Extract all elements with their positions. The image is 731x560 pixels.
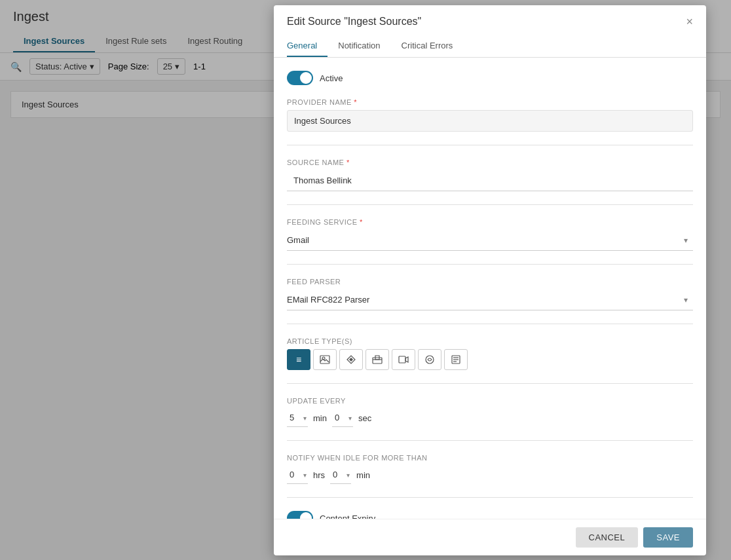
video-type-button[interactable] (392, 349, 415, 370)
content-expiry-toggle[interactable] (287, 511, 313, 519)
modal-body: Active PROVIDER NAME * SOURCE NAME * FEE… (274, 58, 706, 519)
divider-4 (287, 324, 693, 324)
update-min-select[interactable]: 5 (287, 409, 308, 427)
save-button[interactable]: SAVE (643, 527, 693, 548)
update-every-field: UPDATE EVERY 5 min 0 sec (287, 397, 693, 427)
notify-min-wrapper: 0 (330, 466, 351, 484)
sec-unit: sec (358, 413, 371, 423)
notify-hrs-select[interactable]: 0 (287, 466, 308, 484)
svg-rect-3 (399, 356, 405, 363)
feeding-service-wrapper: Gmail ▾ (287, 230, 693, 251)
notify-idle-label: NOTIFY WHEN IDLE FOR MORE THAN (287, 454, 693, 462)
hrs-unit: hrs (313, 470, 325, 480)
feed-parser-select[interactable]: EMail RFC822 Parser (287, 289, 693, 310)
active-toggle-row: Active (287, 71, 693, 85)
audio-type-button[interactable] (418, 349, 441, 370)
divider-7 (287, 497, 693, 498)
article-types-group: ≡ (287, 349, 693, 370)
divider-1 (287, 145, 693, 145)
feed-parser-wrapper: EMail RFC822 Parser ▾ (287, 289, 693, 310)
feeding-service-label: FEEDING SERVICE * (287, 218, 693, 226)
required-marker: * (347, 159, 350, 166)
edit-source-modal: Edit Source "Ingest Sources" × General N… (274, 5, 706, 555)
update-min-wrapper: 5 (287, 409, 308, 427)
article-types-field: ARTICLE TYPE(S) ≡ (287, 337, 693, 370)
content-expiry-label: Content Expiry (320, 513, 375, 519)
source-name-input[interactable] (287, 170, 693, 191)
article-types-label: ARTICLE TYPE(S) (287, 337, 693, 345)
divider-3 (287, 264, 693, 265)
min-unit: min (313, 413, 327, 423)
required-marker: * (354, 98, 357, 106)
modal-tabs: General Notification Critical Errors (274, 35, 706, 58)
svg-point-4 (426, 356, 434, 364)
photo-type-button[interactable] (313, 349, 337, 370)
required-marker: * (360, 218, 363, 226)
min-unit-2: min (356, 470, 370, 480)
cancel-button[interactable]: CANCEL (576, 527, 639, 548)
modal-footer: CANCEL SAVE (274, 519, 706, 555)
content-expiry-field: Content Expiry days hr min (287, 511, 693, 519)
feed-parser-label: FEED PARSER (287, 278, 693, 286)
notify-idle-inputs: 0 hrs 0 min (287, 466, 693, 484)
divider-5 (287, 383, 693, 384)
text-type-button[interactable]: ≡ (287, 349, 310, 370)
notify-hrs-wrapper: 0 (287, 466, 308, 484)
update-sec-wrapper: 0 (332, 409, 353, 427)
divider-2 (287, 204, 693, 205)
modal-title: Edit Source "Ingest Sources" (287, 16, 421, 28)
notify-idle-field: NOTIFY WHEN IDLE FOR MORE THAN 0 hrs 0 m… (287, 454, 693, 484)
tab-critical-errors[interactable]: Critical Errors (402, 35, 464, 57)
tab-notification[interactable]: Notification (338, 35, 390, 57)
article-type-button[interactable] (444, 349, 468, 370)
package-type-button[interactable] (366, 349, 389, 370)
content-expiry-toggle-row: Content Expiry (287, 511, 693, 519)
divider-6 (287, 440, 693, 441)
source-name-field: SOURCE NAME * (287, 159, 693, 191)
svg-rect-1 (320, 356, 329, 364)
feeding-service-field: FEEDING SERVICE * Gmail ▾ (287, 218, 693, 251)
composite-type-button[interactable] (339, 349, 363, 370)
feeding-service-select[interactable]: Gmail (287, 230, 693, 251)
source-name-label: SOURCE NAME * (287, 159, 693, 166)
update-sec-select[interactable]: 0 (332, 409, 353, 427)
feed-parser-field: FEED PARSER EMail RFC822 Parser ▾ (287, 278, 693, 310)
active-label: Active (320, 73, 343, 83)
provider-name-field: PROVIDER NAME * (287, 98, 693, 132)
active-toggle[interactable] (287, 71, 313, 85)
provider-name-label: PROVIDER NAME * (287, 98, 693, 106)
update-every-label: UPDATE EVERY (287, 397, 693, 405)
svg-rect-2 (373, 358, 382, 364)
provider-name-input[interactable] (287, 110, 693, 132)
close-button[interactable]: × (686, 16, 693, 28)
modal-header: Edit Source "Ingest Sources" × (274, 5, 706, 28)
tab-general[interactable]: General (287, 35, 328, 57)
update-every-inputs: 5 min 0 sec (287, 409, 693, 427)
notify-min-select[interactable]: 0 (330, 466, 351, 484)
